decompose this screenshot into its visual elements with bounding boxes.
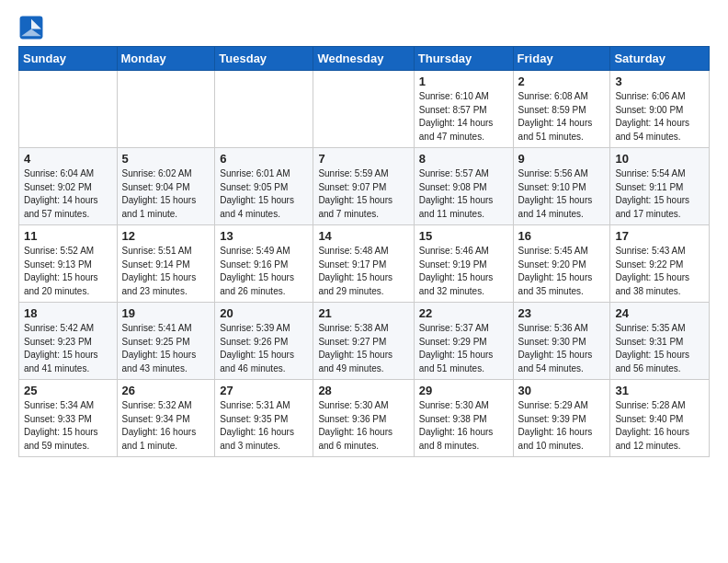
- calendar-cell: 7Sunrise: 5:59 AMSunset: 9:07 PMDaylight…: [313, 148, 414, 225]
- day-number: 4: [24, 152, 112, 166]
- logo: [18, 15, 48, 40]
- day-number: 8: [419, 152, 508, 166]
- calendar-week-row: 4Sunrise: 6:04 AMSunset: 9:02 PMDaylight…: [19, 148, 710, 225]
- day-info: Sunrise: 5:37 AMSunset: 9:29 PMDaylight:…: [419, 322, 508, 375]
- day-number: 5: [122, 152, 210, 166]
- day-info: Sunrise: 5:54 AMSunset: 9:11 PMDaylight:…: [615, 167, 704, 221]
- day-info: Sunrise: 5:42 AMSunset: 9:23 PMDaylight:…: [24, 322, 112, 375]
- day-info: Sunrise: 5:56 AMSunset: 9:10 PMDaylight:…: [518, 167, 606, 221]
- day-of-week-header: Friday: [513, 47, 610, 71]
- calendar-table: SundayMondayTuesdayWednesdayThursdayFrid…: [18, 46, 710, 457]
- day-info: Sunrise: 5:57 AMSunset: 9:08 PMDaylight:…: [419, 167, 508, 221]
- calendar-cell: 25Sunrise: 5:34 AMSunset: 9:33 PMDayligh…: [19, 380, 118, 457]
- day-number: 29: [419, 384, 508, 397]
- calendar-cell: 6Sunrise: 6:01 AMSunset: 9:05 PMDaylight…: [215, 148, 313, 225]
- day-number: 17: [615, 229, 704, 243]
- calendar-cell: 21Sunrise: 5:38 AMSunset: 9:27 PMDayligh…: [313, 303, 414, 380]
- day-number: 21: [318, 306, 408, 320]
- calendar-cell: 16Sunrise: 5:45 AMSunset: 9:20 PMDayligh…: [513, 225, 610, 303]
- logo-icon: [18, 15, 44, 40]
- day-info: Sunrise: 5:48 AMSunset: 9:17 PMDaylight:…: [318, 245, 408, 298]
- day-number: 3: [615, 75, 704, 88]
- calendar-cell: 22Sunrise: 5:37 AMSunset: 9:29 PMDayligh…: [414, 303, 513, 380]
- day-number: 2: [518, 75, 606, 88]
- day-number: 24: [615, 306, 704, 320]
- day-info: Sunrise: 5:34 AMSunset: 9:33 PMDaylight:…: [24, 399, 112, 453]
- calendar-cell: 5Sunrise: 6:02 AMSunset: 9:04 PMDaylight…: [117, 148, 215, 225]
- day-info: Sunrise: 5:30 AMSunset: 9:38 PMDaylight:…: [419, 399, 508, 453]
- day-number: 31: [615, 384, 704, 397]
- day-info: Sunrise: 5:46 AMSunset: 9:19 PMDaylight:…: [419, 245, 508, 298]
- day-info: Sunrise: 5:52 AMSunset: 9:13 PMDaylight:…: [24, 245, 112, 298]
- day-number: 28: [318, 384, 408, 397]
- day-of-week-header: Sunday: [19, 47, 118, 71]
- day-number: 6: [220, 152, 308, 166]
- day-info: Sunrise: 5:30 AMSunset: 9:36 PMDaylight:…: [318, 399, 408, 453]
- day-of-week-header: Saturday: [610, 47, 710, 71]
- calendar-cell: 12Sunrise: 5:51 AMSunset: 9:14 PMDayligh…: [117, 225, 215, 303]
- header: [18, 15, 710, 40]
- day-info: Sunrise: 6:10 AMSunset: 8:57 PMDaylight:…: [419, 90, 508, 144]
- calendar-cell: 11Sunrise: 5:52 AMSunset: 9:13 PMDayligh…: [19, 225, 118, 303]
- calendar-cell: 24Sunrise: 5:35 AMSunset: 9:31 PMDayligh…: [610, 303, 710, 380]
- calendar-cell: 9Sunrise: 5:56 AMSunset: 9:10 PMDaylight…: [513, 148, 610, 225]
- day-info: Sunrise: 5:43 AMSunset: 9:22 PMDaylight:…: [615, 245, 704, 298]
- day-of-week-header: Monday: [117, 47, 215, 71]
- day-info: Sunrise: 5:35 AMSunset: 9:31 PMDaylight:…: [615, 322, 704, 375]
- day-info: Sunrise: 6:06 AMSunset: 9:00 PMDaylight:…: [615, 90, 704, 144]
- day-number: 11: [24, 229, 112, 243]
- calendar-cell: 28Sunrise: 5:30 AMSunset: 9:36 PMDayligh…: [313, 380, 414, 457]
- calendar-cell: 14Sunrise: 5:48 AMSunset: 9:17 PMDayligh…: [313, 225, 414, 303]
- day-info: Sunrise: 6:01 AMSunset: 9:05 PMDaylight:…: [220, 167, 308, 221]
- calendar-cell: 18Sunrise: 5:42 AMSunset: 9:23 PMDayligh…: [19, 303, 118, 380]
- day-info: Sunrise: 6:04 AMSunset: 9:02 PMDaylight:…: [24, 167, 112, 221]
- calendar-cell: 31Sunrise: 5:28 AMSunset: 9:40 PMDayligh…: [610, 380, 710, 457]
- day-info: Sunrise: 6:08 AMSunset: 8:59 PMDaylight:…: [518, 90, 606, 144]
- calendar-week-row: 1Sunrise: 6:10 AMSunset: 8:57 PMDaylight…: [19, 71, 710, 148]
- calendar-cell: 4Sunrise: 6:04 AMSunset: 9:02 PMDaylight…: [19, 148, 118, 225]
- day-info: Sunrise: 6:02 AMSunset: 9:04 PMDaylight:…: [122, 167, 210, 221]
- day-info: Sunrise: 5:45 AMSunset: 9:20 PMDaylight:…: [518, 245, 606, 298]
- day-of-week-header: Tuesday: [215, 47, 313, 71]
- day-of-week-header: Wednesday: [313, 47, 414, 71]
- day-number: 22: [419, 306, 508, 320]
- calendar-cell: 13Sunrise: 5:49 AMSunset: 9:16 PMDayligh…: [215, 225, 313, 303]
- day-number: 14: [318, 229, 408, 243]
- day-number: 10: [615, 152, 704, 166]
- day-info: Sunrise: 5:36 AMSunset: 9:30 PMDaylight:…: [518, 322, 606, 375]
- calendar-cell: 17Sunrise: 5:43 AMSunset: 9:22 PMDayligh…: [610, 225, 710, 303]
- day-info: Sunrise: 5:51 AMSunset: 9:14 PMDaylight:…: [122, 245, 210, 298]
- calendar-cell: 10Sunrise: 5:54 AMSunset: 9:11 PMDayligh…: [610, 148, 710, 225]
- calendar-week-row: 18Sunrise: 5:42 AMSunset: 9:23 PMDayligh…: [19, 303, 710, 380]
- calendar-cell: 3Sunrise: 6:06 AMSunset: 9:00 PMDaylight…: [610, 71, 710, 148]
- day-info: Sunrise: 5:28 AMSunset: 9:40 PMDaylight:…: [615, 399, 704, 453]
- day-number: 7: [318, 152, 408, 166]
- calendar-cell: 20Sunrise: 5:39 AMSunset: 9:26 PMDayligh…: [215, 303, 313, 380]
- calendar-cell: 19Sunrise: 5:41 AMSunset: 9:25 PMDayligh…: [117, 303, 215, 380]
- calendar-cell: [215, 71, 313, 148]
- day-number: 27: [220, 384, 308, 397]
- calendar-cell: 2Sunrise: 6:08 AMSunset: 8:59 PMDaylight…: [513, 71, 610, 148]
- calendar-week-row: 11Sunrise: 5:52 AMSunset: 9:13 PMDayligh…: [19, 225, 710, 303]
- calendar-cell: [313, 71, 414, 148]
- calendar-cell: 27Sunrise: 5:31 AMSunset: 9:35 PMDayligh…: [215, 380, 313, 457]
- day-number: 25: [24, 384, 112, 397]
- day-number: 30: [518, 384, 606, 397]
- calendar-cell: 29Sunrise: 5:30 AMSunset: 9:38 PMDayligh…: [414, 380, 513, 457]
- page: SundayMondayTuesdayWednesdayThursdayFrid…: [0, 0, 728, 472]
- calendar-cell: 23Sunrise: 5:36 AMSunset: 9:30 PMDayligh…: [513, 303, 610, 380]
- calendar-cell: 30Sunrise: 5:29 AMSunset: 9:39 PMDayligh…: [513, 380, 610, 457]
- calendar-cell: 26Sunrise: 5:32 AMSunset: 9:34 PMDayligh…: [117, 380, 215, 457]
- day-number: 12: [122, 229, 210, 243]
- day-number: 13: [220, 229, 308, 243]
- day-info: Sunrise: 5:29 AMSunset: 9:39 PMDaylight:…: [518, 399, 606, 453]
- day-of-week-header: Thursday: [414, 47, 513, 71]
- calendar-cell: [117, 71, 215, 148]
- day-info: Sunrise: 5:49 AMSunset: 9:16 PMDaylight:…: [220, 245, 308, 298]
- day-number: 15: [419, 229, 508, 243]
- calendar-cell: 15Sunrise: 5:46 AMSunset: 9:19 PMDayligh…: [414, 225, 513, 303]
- calendar-week-row: 25Sunrise: 5:34 AMSunset: 9:33 PMDayligh…: [19, 380, 710, 457]
- day-info: Sunrise: 5:38 AMSunset: 9:27 PMDaylight:…: [318, 322, 408, 375]
- day-number: 19: [122, 306, 210, 320]
- day-number: 18: [24, 306, 112, 320]
